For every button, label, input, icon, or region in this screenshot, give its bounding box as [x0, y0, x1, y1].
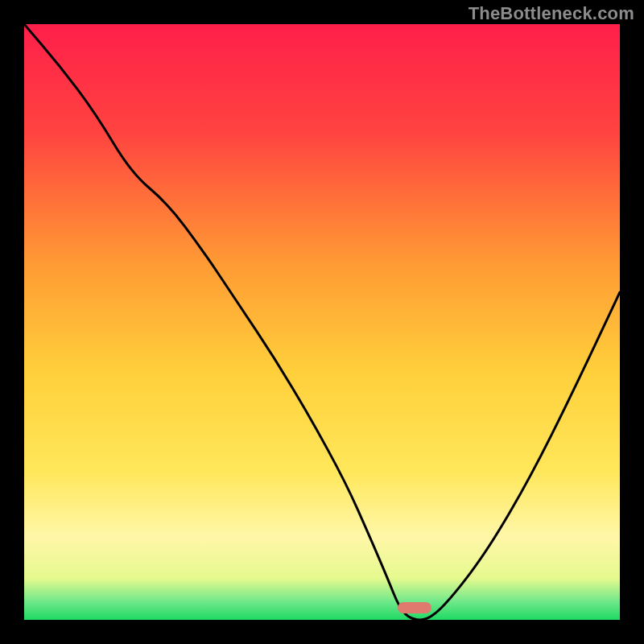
plot-area: [24, 24, 620, 620]
outer-frame: TheBottleneck.com: [0, 0, 644, 644]
watermark-text: TheBottleneck.com: [469, 3, 634, 24]
optimal-marker: [398, 602, 431, 613]
heat-gradient: [24, 24, 620, 620]
